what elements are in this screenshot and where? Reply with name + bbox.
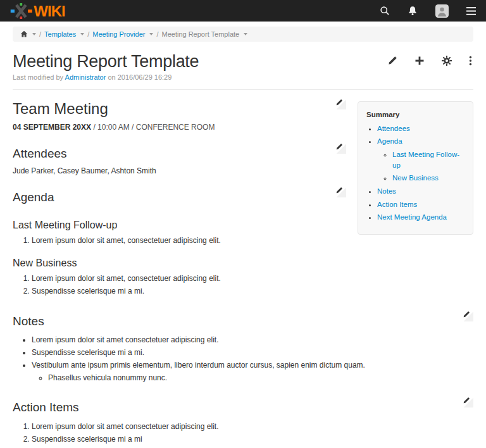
section-title-notes: Notes <box>13 313 463 330</box>
chevron-down-icon[interactable] <box>149 33 153 35</box>
breadcrumb-separator: / <box>39 30 41 38</box>
notes-list: Lorem ipsum dolor sit amet consectetuer … <box>13 335 473 383</box>
list-item: Suspendisse scelerisque mi a mi. <box>32 347 473 358</box>
edit-section-icon[interactable] <box>335 187 346 197</box>
summary-link-notes[interactable]: Notes <box>377 187 396 195</box>
list-item: Vestibulum ante ipsum primis elementum, … <box>32 360 473 383</box>
chevron-down-icon[interactable] <box>80 33 84 35</box>
chevron-down-icon[interactable] <box>244 33 247 35</box>
modified-suffix: on 2016/06/29 16:29 <box>108 73 171 81</box>
hamburger-icon[interactable] <box>466 7 476 15</box>
meeting-details: / 10:00 AM / CONFERENCE ROOM <box>91 123 215 132</box>
summary-link-new-business[interactable]: New Business <box>392 174 439 182</box>
edit-section-icon[interactable] <box>463 311 473 321</box>
breadcrumb-separator: / <box>156 30 158 38</box>
section-title-action-items: Action Items <box>13 399 463 416</box>
document-content: Summary Attendees Agenda Last Meeting Fo… <box>0 90 486 448</box>
list-item: New Business <box>392 173 466 184</box>
user-avatar[interactable] <box>435 4 449 18</box>
summary-link-next-meeting[interactable]: Next Meeting Agenda <box>377 213 447 221</box>
section-title-new-business: New Business <box>13 256 473 270</box>
notes-sublist: Phasellus vehicula nonummy nunc. <box>32 373 473 383</box>
bell-icon[interactable] <box>408 6 418 16</box>
list-item: Suspendisse scelerisque mi a mi <box>32 434 473 445</box>
list-item: Lorem ipsum dolor sit amet consectetuer … <box>32 421 473 432</box>
summary-list: Attendees Agenda Last Meeting Follow-up … <box>366 123 466 223</box>
summary-link-agenda[interactable]: Agenda <box>377 137 402 145</box>
search-icon[interactable] <box>380 6 390 16</box>
list-item: Suspendisse scelerisque mi a mi. <box>32 286 473 297</box>
xwiki-logo-icon: WIKI <box>10 3 66 19</box>
edit-page-button[interactable] <box>387 56 397 66</box>
chevron-down-icon[interactable] <box>32 33 36 35</box>
top-navbar: WIKI <box>0 0 486 22</box>
list-item: Attendees <box>377 123 466 134</box>
page-actions <box>387 56 472 66</box>
xwiki-logo[interactable]: WIKI <box>10 3 66 19</box>
list-item: Agenda Last Meeting Follow-up New Busine… <box>377 136 466 184</box>
list-item: Notes <box>377 186 466 197</box>
home-icon[interactable] <box>20 30 28 38</box>
page-header: Meeting Report Template Last modified by… <box>0 46 486 90</box>
list-item: Next Meeting Agenda <box>377 212 466 223</box>
last-modified-line: Last modified by Administrator on 2016/0… <box>13 73 473 81</box>
list-item: Lorem ipsum dolor sit amet, consectetuer… <box>32 235 473 246</box>
summary-panel: Summary Attendees Agenda Last Meeting Fo… <box>358 101 473 235</box>
gear-icon[interactable] <box>442 56 452 66</box>
list-item-text: Vestibulum ante ipsum primis elementum, … <box>32 361 365 370</box>
new-business-list: Lorem ipsum dolor sit amet, consectetuer… <box>13 273 473 297</box>
breadcrumb: / Templates / Meeting Provider / Meeting… <box>13 27 473 42</box>
list-item: Last Meeting Follow-up <box>392 149 466 170</box>
edit-section-icon[interactable] <box>335 99 346 109</box>
svg-text:WIKI: WIKI <box>34 3 65 19</box>
summary-title: Summary <box>366 109 466 120</box>
breadcrumb-separator: / <box>87 30 89 38</box>
edit-section-icon[interactable] <box>335 143 346 154</box>
navbar-icons <box>380 4 476 18</box>
last-meeting-list: Lorem ipsum dolor sit amet, consectetuer… <box>13 235 473 246</box>
section-title-agenda: Agenda <box>13 189 335 206</box>
list-item: Lorem ipsum dolor sit amet consectetuer … <box>32 335 473 345</box>
summary-link-last-meeting[interactable]: Last Meeting Follow-up <box>392 151 459 169</box>
breadcrumb-current-page: Meeting Report Template <box>161 30 239 38</box>
summary-sublist: Last Meeting Follow-up New Business <box>377 149 466 184</box>
section-title-team-meeting: Team Meeting <box>13 98 335 120</box>
modified-prefix: Last modified by <box>13 73 63 81</box>
list-item: Phasellus vehicula nonummy nunc. <box>48 373 473 383</box>
breadcrumb-link-meeting-provider[interactable]: Meeting Provider <box>92 30 145 38</box>
meeting-date: 04 SEPTEMBER 20XX <box>13 123 91 132</box>
header-divider <box>13 89 473 90</box>
list-item: Lorem ipsum dolor sit amet, consectetuer… <box>32 273 473 284</box>
action-items-list: Lorem ipsum dolor sit amet consectetuer … <box>13 421 473 445</box>
summary-link-action-items[interactable]: Action Items <box>377 201 417 208</box>
breadcrumb-link-templates[interactable]: Templates <box>44 30 76 38</box>
edit-section-icon[interactable] <box>463 397 473 408</box>
section-title-attendees: Attendees <box>13 145 335 163</box>
summary-link-attendees[interactable]: Attendees <box>377 125 410 132</box>
list-item: Action Items <box>377 199 466 210</box>
create-page-button[interactable] <box>414 56 425 66</box>
modified-by-link[interactable]: Administrator <box>65 73 106 81</box>
more-actions-icon[interactable] <box>469 56 472 66</box>
